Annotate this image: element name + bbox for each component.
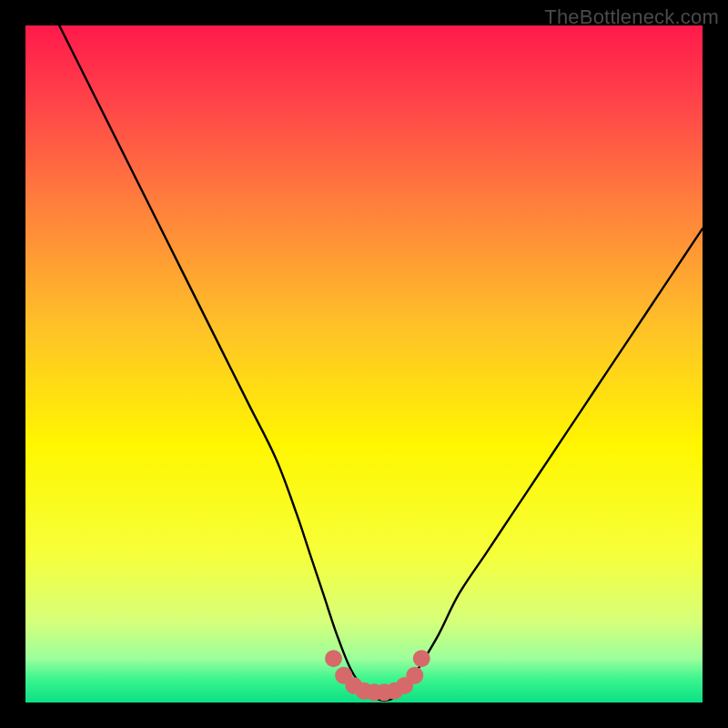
highlight-dot (325, 650, 342, 667)
outer-frame: TheBottleneck.com (0, 0, 728, 728)
highlight-dot (406, 667, 423, 684)
highlight-dot (413, 650, 430, 667)
watermark-label: TheBottleneck.com (544, 5, 719, 29)
gradient-background (25, 25, 703, 703)
plot-area (25, 25, 703, 703)
chart-svg (25, 25, 703, 703)
